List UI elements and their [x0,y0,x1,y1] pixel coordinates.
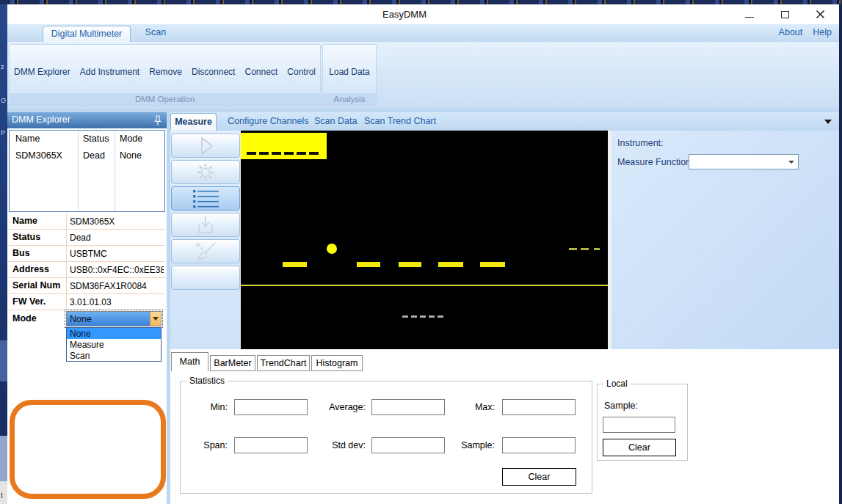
remove-button[interactable]: Remove [149,67,182,77]
tab-math[interactable]: Math [171,352,208,371]
control-button[interactable]: Control [287,67,316,77]
tab-trendchart[interactable]: TrendChart [257,355,310,371]
annotation-highlight-oval [10,400,166,499]
property-row: Address USB0::0xF4EC::0xEE38::... [9,262,165,278]
maximize-button[interactable] [771,4,799,24]
stddev-input[interactable] [371,437,445,453]
span-input[interactable] [234,437,308,453]
data-list-button[interactable] [171,186,240,211]
pin-icon[interactable] [154,115,161,126]
local-sample-input[interactable] [603,417,675,433]
close-icon [816,10,825,19]
display-main-dash [357,262,380,267]
local-sample-label: Sample: [604,401,638,411]
ribbon-tab-strip: Digital Multimeter Scan About Help [7,24,839,42]
min-label: Min: [176,402,228,412]
connect-button[interactable]: Connect [245,67,278,77]
property-row: Bus USBTMC [9,246,165,262]
average-input[interactable] [371,399,445,415]
clear-display-button[interactable] [171,239,240,263]
span-label: Span: [176,440,228,450]
display-sub-dash [411,315,417,318]
toolbar-spacer-button [171,266,240,290]
load-data-button[interactable]: Load Data [329,67,369,77]
local-group-title: Local [603,379,631,389]
property-row: Name SDM3065X [9,213,165,230]
statistics-group-title: Statistics [186,376,228,386]
chevron-down-icon[interactable] [824,120,832,124]
list-icon [189,188,222,210]
table-row-status: Dead [83,150,105,161]
main-tab-strip: Measure Configure Channels Scan Data Sca… [170,112,839,131]
tab-scan-trend-chart[interactable]: Scan Trend Chart [364,116,436,126]
save-data-button[interactable] [171,213,240,237]
display-sub-dash [438,315,443,318]
display-selected-cell [241,133,327,159]
maximize-icon [781,11,789,18]
easydmm-window: EasyDMM Digital Multimeter Scan About He… [7,4,839,504]
broom-icon [193,240,218,263]
analysis-area: Math BarMeter TrendChart Histogram Stati… [170,349,839,504]
tab-measure[interactable]: Measure [170,113,217,131]
display-main-dash [399,262,421,267]
run-button[interactable] [171,134,240,158]
desktop-fragment-block: t [0,481,7,504]
table-row-mode: None [120,150,142,161]
dmm-explorer-button[interactable]: DMM Explorer [14,67,70,77]
tab-configure-channels[interactable]: Configure Channels [228,116,309,126]
mode-option-measure[interactable]: Measure [67,339,161,350]
tab-scan-data[interactable]: Scan Data [314,116,357,126]
property-value: SDM3065X [70,216,164,227]
max-label: Max: [443,402,495,412]
help-menu-item[interactable]: Help [813,27,832,37]
measure-function-combobox[interactable] [689,154,799,169]
min-input[interactable] [234,399,308,415]
property-label: Bus [12,248,30,258]
desktop-fragment: P [1,129,5,136]
mode-option-none[interactable]: None [67,328,161,339]
tab-barmeter[interactable]: BarMeter [210,355,255,371]
property-value: 3.01.01.03 [70,297,164,307]
desktop-fragment: z [1,63,4,70]
property-label: Serial Num [12,280,60,291]
desktop-fragment-block [0,436,7,481]
mode-combobox[interactable]: None [66,311,161,326]
window-title: EasyDMM [364,9,445,20]
about-menu-item[interactable]: About [779,27,803,37]
display-sub-dash [402,315,408,318]
ribbon: DMM Explorer Add Instrument Remove Disco… [7,42,839,109]
average-label: Average: [314,402,366,412]
tab-scan[interactable]: Scan [137,27,175,37]
property-label: Status [12,232,40,242]
disconnect-button[interactable]: Disconnect [192,67,235,77]
desktop-fragment: O [1,97,6,104]
minimize-icon [745,17,754,18]
tab-digital-multimeter[interactable]: Digital Multimeter [43,26,131,42]
tab-histogram[interactable]: Histogram [311,355,363,371]
dmm-explorer-panel: DMM Explorer Name Status Mode SDM3065X D… [7,112,167,504]
sample-input[interactable] [502,437,576,453]
mode-combobox-dropdown-button[interactable] [150,312,161,326]
measure-toolbar [170,131,241,349]
property-label: Address [12,264,49,274]
stddev-label: Std dev: [314,440,366,450]
add-instrument-button[interactable]: Add Instrument [80,67,139,77]
ribbon-group-analysis: Load Data Analysis [322,44,377,106]
mode-option-scan[interactable]: Scan [67,350,161,361]
property-row: Status Dead [9,230,165,246]
mode-property-row: Mode None None Measure Scan [9,310,165,328]
display-divider-line [241,285,608,286]
display-main-dash [283,262,307,267]
group-label-dmm-operation: DMM Operation [10,93,320,106]
statistics-clear-button[interactable]: Clear [502,468,576,486]
desktop-fragment: t [1,492,3,500]
minimize-button[interactable] [736,4,763,24]
property-value: USB0::0xF4EC::0xEE38::... [70,265,164,275]
save-download-icon [194,214,217,236]
instrument-table[interactable]: Name Status Mode SDM3065X Dead None [9,130,165,212]
local-clear-button[interactable]: Clear [603,439,676,456]
close-button[interactable] [806,4,834,24]
display-decimal-point [327,244,337,254]
max-input[interactable] [502,399,576,415]
settings-button[interactable] [171,160,240,184]
